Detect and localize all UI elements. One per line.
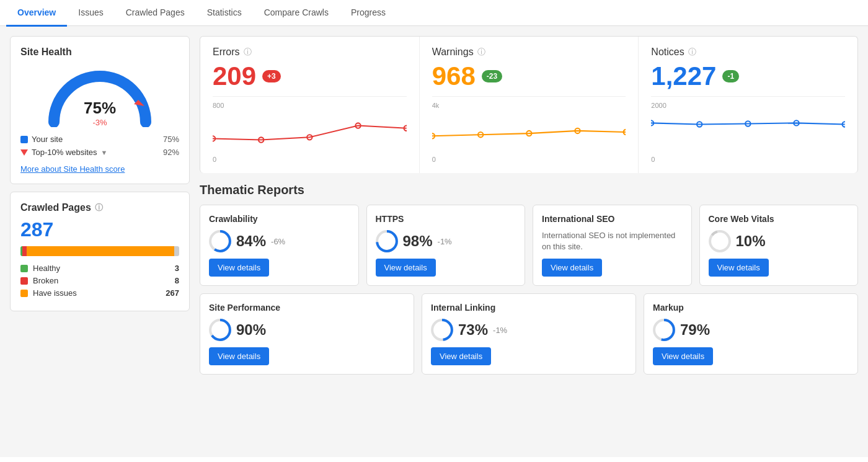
- issues-dot: [20, 290, 28, 297]
- https-pct: 98%: [403, 233, 433, 250]
- notices-header: Notices ⓘ: [651, 47, 845, 58]
- notices-badge: -1: [722, 70, 739, 82]
- warnings-info-icon: ⓘ: [477, 47, 485, 58]
- site-health-legend: Your site 75% Top-10% websites ▼ 92%: [20, 135, 179, 157]
- errors-y-max: 800: [213, 102, 224, 109]
- crawlability-pct: 84%: [236, 233, 266, 250]
- internal-linking-donut: [431, 319, 453, 341]
- tab-issues[interactable]: Issues: [67, 0, 114, 27]
- issues-label: Have issues: [33, 288, 77, 298]
- bar-other: [174, 246, 179, 256]
- legend-your-site: Your site 75%: [20, 135, 179, 144]
- gauge-wrap: 75% -3%: [44, 65, 156, 127]
- tab-compare-crawls[interactable]: Compare Crawls: [253, 0, 340, 27]
- warnings-value-row: 968 -23: [432, 61, 626, 91]
- thematic-title: Thematic Reports: [200, 183, 858, 197]
- crawled-pages-card: Crawled Pages ⓘ 287 Healthy 3: [10, 192, 190, 311]
- top10-chevron: ▼: [101, 149, 108, 156]
- site-performance-view-btn[interactable]: View details: [209, 347, 269, 365]
- report-crawlability-metric: 84% -6%: [209, 230, 350, 252]
- report-internal-linking: Internal Linking 73% -1% View details: [422, 293, 636, 375]
- site-health-card: Site Health 75% -3%: [10, 36, 190, 184]
- report-markup: Markup 79% View details: [644, 293, 858, 375]
- gauge-percent: 75%: [84, 99, 116, 118]
- main-content: Site Health 75% -3%: [0, 26, 868, 457]
- healthy-count: 3: [175, 264, 179, 273]
- notices-value-row: 1,227 -1: [651, 61, 845, 91]
- errors-header: Errors ⓘ: [213, 47, 407, 58]
- bar-broken: [22, 246, 27, 256]
- crawled-info-icon: ⓘ: [95, 202, 103, 213]
- legend-issues: Have issues 267: [20, 288, 179, 298]
- warnings-sparkline: [432, 110, 626, 154]
- errors-value-row: 209 +3: [213, 61, 407, 91]
- tab-statistics[interactable]: Statistics: [196, 0, 253, 27]
- warnings-block: Warnings ⓘ 968 -23 4k: [420, 37, 639, 173]
- gauge-text: 75% -3%: [84, 99, 116, 127]
- more-about-health-link[interactable]: More about Site Health score: [20, 164, 179, 174]
- report-site-performance-metric: 90%: [209, 319, 405, 341]
- crawlability-view-btn[interactable]: View details: [209, 259, 269, 277]
- issues-count: 267: [166, 288, 179, 298]
- notices-y-max: 2000: [651, 102, 666, 109]
- report-site-performance: Site Performance 90% View details: [200, 293, 414, 375]
- warnings-value: 968: [432, 61, 476, 91]
- broken-count: 8: [175, 276, 179, 285]
- https-view-btn[interactable]: View details: [376, 259, 436, 277]
- content-area: Errors ⓘ 209 +3 800: [200, 36, 858, 447]
- warnings-header: Warnings ⓘ: [432, 47, 626, 58]
- intl-seo-view-btn[interactable]: View details: [542, 259, 602, 277]
- crawled-legend: Healthy 3 Broken 8 Have issues: [20, 264, 179, 298]
- legend-healthy: Healthy 3: [20, 264, 179, 273]
- report-core-web-vitals-title: Core Web Vitals: [709, 214, 849, 224]
- report-crawlability-title: Crawlability: [209, 214, 350, 224]
- crawlability-change: -6%: [271, 237, 285, 246]
- core-web-vitals-view-btn[interactable]: View details: [709, 259, 769, 277]
- report-https-title: HTTPS: [376, 214, 516, 224]
- sidebar: Site Health 75% -3%: [10, 36, 190, 447]
- tab-overview[interactable]: Overview: [6, 0, 67, 27]
- top10-val: 92%: [163, 148, 179, 157]
- internal-linking-view-btn[interactable]: View details: [431, 347, 491, 365]
- reports-row1: Crawlability 84% -6% View details HTTPS: [200, 205, 858, 286]
- report-intl-seo-title: International SEO: [542, 214, 683, 224]
- https-change: -1%: [438, 237, 452, 246]
- your-site-dot: [20, 136, 28, 143]
- errors-value: 209: [213, 61, 256, 91]
- your-site-label: Your site: [32, 135, 63, 144]
- errors-sparkline: [213, 110, 407, 154]
- your-site-val: 75%: [163, 135, 179, 144]
- metrics-row: Errors ⓘ 209 +3 800: [200, 36, 858, 173]
- core-web-vitals-donut: [709, 230, 731, 252]
- tab-crawled-pages[interactable]: Crawled Pages: [115, 0, 196, 27]
- crawled-pages-title: Crawled Pages ⓘ: [20, 202, 179, 213]
- notices-value: 1,227: [651, 61, 716, 91]
- core-web-vitals-pct: 10%: [736, 233, 766, 250]
- report-internal-linking-metric: 73% -1%: [431, 319, 627, 341]
- crawled-bar: [20, 246, 179, 256]
- errors-chart-area: 800 0: [213, 96, 407, 163]
- report-core-web-vitals: Core Web Vitals 10% View details: [699, 205, 859, 286]
- healthy-dot: [20, 265, 28, 272]
- report-site-performance-title: Site Performance: [209, 303, 405, 313]
- https-donut: [376, 230, 398, 252]
- bar-issues: [27, 246, 174, 256]
- report-intl-seo: International SEO International SEO is n…: [533, 205, 692, 286]
- notices-sparkline: [651, 110, 845, 154]
- internal-linking-change: -1%: [493, 326, 507, 335]
- notices-chart-area: 2000 0: [651, 96, 845, 163]
- site-health-title: Site Health: [20, 47, 179, 58]
- report-https-metric: 98% -1%: [376, 230, 516, 252]
- errors-label: Errors: [213, 47, 240, 58]
- markup-view-btn[interactable]: View details: [653, 347, 713, 365]
- errors-y-min: 0: [213, 156, 216, 163]
- site-performance-donut: [209, 319, 231, 341]
- broken-dot: [20, 277, 28, 285]
- tab-progress[interactable]: Progress: [340, 0, 397, 27]
- report-markup-title: Markup: [653, 303, 849, 313]
- notices-block: Notices ⓘ 1,227 -1 2000: [639, 37, 857, 173]
- top10-label: Top-10% websites: [32, 148, 97, 157]
- legend-top10: Top-10% websites ▼ 92%: [20, 148, 179, 157]
- report-https: HTTPS 98% -1% View details: [366, 205, 526, 286]
- top10-dot: [20, 149, 28, 156]
